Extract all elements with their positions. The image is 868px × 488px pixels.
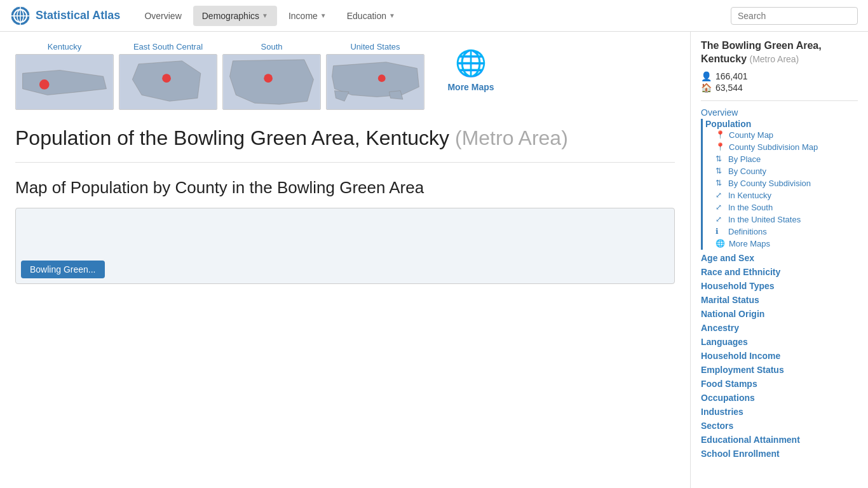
- sidebar-marital-status[interactable]: Marital Status: [701, 293, 858, 307]
- main-content: Kentucky East South Central: [0, 32, 690, 488]
- sidebar-sub-by-county[interactable]: ⇅ By County: [705, 165, 858, 177]
- sidebar-sub-in-us[interactable]: ⤢ In the United States: [705, 214, 858, 226]
- globe-sub-icon: 🌐: [715, 239, 725, 248]
- map-card-kentucky[interactable]: Kentucky: [15, 42, 114, 110]
- section-title: Map of Population by County in the Bowli…: [15, 178, 675, 198]
- more-maps-card[interactable]: 🌐 More Maps: [430, 42, 512, 98]
- sidebar-population-subitems: 📍 County Map 📍 County Subdivision Map ⇅ …: [705, 129, 858, 250]
- esc-map-svg: [119, 55, 217, 109]
- sidebar-sub-county-subdivision-map[interactable]: 📍 County Subdivision Map: [705, 141, 858, 153]
- map-cards-row: Kentucky East South Central: [15, 42, 675, 110]
- page-title-muted: (Metro Area): [455, 126, 568, 149]
- sidebar-stat-population: 👤 166,401: [701, 71, 858, 81]
- sidebar-sub-in-south[interactable]: ⤢ In the South: [705, 201, 858, 214]
- sidebar-sub-by-county-subdivision[interactable]: ⇅ By County Subdivision: [705, 177, 858, 189]
- sidebar-educational-attainment[interactable]: Educational Attainment: [701, 433, 858, 447]
- more-maps-label: More Maps: [447, 82, 494, 92]
- brand-link[interactable]: Statistical Atlas: [10, 6, 120, 26]
- svg-point-7: [39, 79, 50, 90]
- sidebar-national-origin[interactable]: National Origin: [701, 307, 858, 321]
- nav-items: Overview Demographics ▼ Income ▼ Educati…: [135, 6, 731, 26]
- location-icon-2: 📍: [715, 142, 725, 151]
- brand-icon: [10, 6, 31, 26]
- us-map-svg: [327, 55, 424, 109]
- location-icon: 📍: [715, 130, 725, 139]
- svg-point-13: [264, 74, 273, 83]
- map-card-label-kentucky: Kentucky: [48, 42, 81, 51]
- south-map-svg: [223, 55, 320, 109]
- sort-icon-2: ⇅: [715, 166, 724, 175]
- sidebar-sub-definitions[interactable]: ℹ Definitions: [705, 226, 858, 238]
- map-card-south[interactable]: South: [222, 42, 321, 110]
- person-icon: 👤: [701, 71, 712, 81]
- sidebar-food-stamps[interactable]: Food Stamps: [701, 377, 858, 391]
- sidebar-divider: [701, 100, 858, 101]
- sort-icon: ⇅: [715, 154, 724, 163]
- sidebar-school-enrollment[interactable]: School Enrollment: [701, 447, 858, 461]
- chevron-down-icon: ▼: [320, 12, 327, 19]
- sort-icon-3: ⇅: [715, 179, 724, 187]
- sidebar: The Bowling Green Area, Kentucky (Metro …: [690, 32, 868, 488]
- globe-icon: 🌐: [455, 48, 487, 78]
- sidebar-household-income[interactable]: Household Income: [701, 349, 858, 363]
- sidebar-sub-by-place[interactable]: ⇅ By Place: [705, 153, 858, 165]
- map-card-east-south-central[interactable]: East South Central: [119, 42, 217, 110]
- svg-marker-12: [230, 60, 314, 104]
- sidebar-sub-in-kentucky[interactable]: ⤢ In Kentucky: [705, 189, 858, 201]
- sidebar-stat-households: 🏠 63,544: [701, 83, 858, 93]
- page-title: Population of the Bowling Green Area, Ke…: [15, 125, 675, 152]
- svg-point-10: [162, 74, 171, 83]
- map-card-label-esc: East South Central: [133, 42, 203, 51]
- map-card-us[interactable]: United States: [326, 42, 424, 110]
- nav-income[interactable]: Income ▼: [280, 6, 336, 26]
- map-img-esc: [119, 54, 217, 110]
- map-img-us: [326, 54, 424, 110]
- map-img-south: [222, 54, 321, 110]
- navbar: Statistical Atlas Overview Demographics …: [0, 0, 868, 32]
- sidebar-household-types[interactable]: Household Types: [701, 279, 858, 293]
- home-icon: 🏠: [701, 83, 712, 93]
- info-icon: ℹ: [715, 227, 724, 236]
- kentucky-map-svg: [16, 55, 113, 109]
- nav-education[interactable]: Education ▼: [338, 6, 404, 26]
- county-map-placeholder: Bowling Green...: [15, 208, 675, 284]
- sidebar-occupations[interactable]: Occupations: [701, 391, 858, 405]
- sidebar-employment-status[interactable]: Employment Status: [701, 363, 858, 377]
- svg-point-18: [378, 74, 386, 82]
- title-divider: [15, 162, 675, 163]
- sidebar-location: The Bowling Green Area, Kentucky (Metro …: [701, 39, 858, 66]
- sidebar-sectors[interactable]: Sectors: [701, 419, 858, 433]
- page-wrapper: Kentucky East South Central: [0, 32, 868, 488]
- nav-overview[interactable]: Overview: [135, 6, 190, 26]
- search-input[interactable]: [731, 7, 858, 25]
- map-card-label-us: United States: [350, 42, 400, 51]
- sidebar-ancestry[interactable]: Ancestry: [701, 321, 858, 335]
- expand-icon-2: ⤢: [715, 203, 724, 212]
- sidebar-languages[interactable]: Languages: [701, 335, 858, 349]
- sidebar-stats: 👤 166,401 🏠 63,544: [701, 71, 858, 93]
- brand-text: Statistical Atlas: [36, 9, 120, 22]
- sidebar-group-population: Population 📍 County Map 📍 County Subdivi…: [701, 119, 858, 250]
- map-btn-bowling-green[interactable]: Bowling Green...: [21, 261, 105, 278]
- sidebar-sub-more-maps[interactable]: 🌐 More Maps: [705, 238, 858, 250]
- chevron-down-icon: ▼: [389, 12, 395, 19]
- sidebar-race-ethnicity[interactable]: Race and Ethnicity: [701, 265, 858, 279]
- sidebar-location-sub: (Metro Area): [749, 54, 799, 64]
- expand-icon: ⤢: [715, 191, 724, 200]
- sidebar-industries[interactable]: Industries: [701, 405, 858, 419]
- chevron-down-icon: ▼: [262, 12, 268, 19]
- map-card-label-south: South: [261, 42, 283, 51]
- svg-marker-17: [389, 91, 403, 100]
- nav-demographics[interactable]: Demographics ▼: [193, 6, 277, 26]
- sidebar-population-header[interactable]: Population: [705, 117, 751, 131]
- sidebar-age-sex[interactable]: Age and Sex: [701, 251, 858, 265]
- map-img-kentucky: [15, 54, 114, 110]
- expand-icon-3: ⤢: [715, 215, 724, 224]
